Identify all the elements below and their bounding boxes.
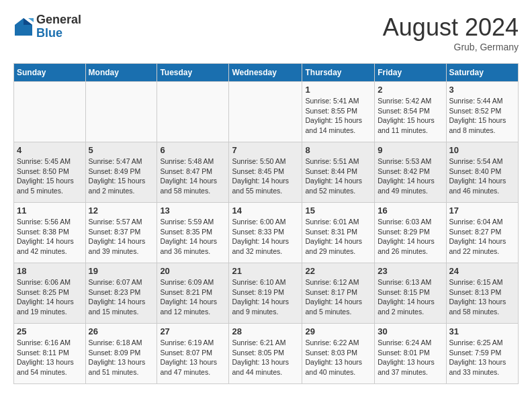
weekday-header-saturday: Saturday bbox=[446, 64, 518, 82]
day-detail: Sunrise: 6:03 AM Sunset: 8:29 PM Dayligh… bbox=[378, 217, 443, 257]
day-number: 24 bbox=[449, 266, 515, 276]
day-number: 31 bbox=[449, 326, 515, 336]
day-number: 17 bbox=[449, 205, 515, 216]
calendar-cell: 12Sunrise: 5:57 AM Sunset: 8:37 PM Dayli… bbox=[85, 203, 157, 263]
day-number: 6 bbox=[160, 145, 226, 155]
logo: General Blue bbox=[13, 13, 81, 40]
day-detail: Sunrise: 6:21 AM Sunset: 8:05 PM Dayligh… bbox=[232, 338, 299, 377]
day-number: 20 bbox=[160, 266, 226, 276]
day-detail: Sunrise: 6:10 AM Sunset: 8:19 PM Dayligh… bbox=[232, 277, 299, 317]
day-number: 23 bbox=[378, 266, 443, 276]
calendar-week-row: 25Sunrise: 6:16 AM Sunset: 8:11 PM Dayli… bbox=[14, 324, 519, 384]
day-number: 18 bbox=[17, 266, 83, 276]
calendar-cell: 8Sunrise: 5:51 AM Sunset: 8:44 PM Daylig… bbox=[302, 142, 375, 203]
svg-marker-2 bbox=[28, 18, 34, 22]
day-number: 9 bbox=[378, 145, 443, 155]
day-detail: Sunrise: 5:48 AM Sunset: 8:47 PM Dayligh… bbox=[160, 156, 226, 196]
logo-general-text: General bbox=[36, 13, 81, 27]
day-number: 13 bbox=[160, 205, 226, 216]
day-number: 26 bbox=[89, 326, 154, 336]
day-detail: Sunrise: 6:09 AM Sunset: 8:21 PM Dayligh… bbox=[160, 277, 226, 317]
logo-blue-text: Blue bbox=[36, 27, 81, 40]
calendar-cell: 1Sunrise: 5:41 AM Sunset: 8:55 PM Daylig… bbox=[302, 82, 375, 142]
calendar-cell: 5Sunrise: 5:47 AM Sunset: 8:49 PM Daylig… bbox=[85, 142, 157, 203]
calendar-cell: 29Sunrise: 6:22 AM Sunset: 8:03 PM Dayli… bbox=[302, 324, 375, 384]
calendar-cell: 6Sunrise: 5:48 AM Sunset: 8:47 PM Daylig… bbox=[157, 142, 229, 203]
calendar-cell: 23Sunrise: 6:13 AM Sunset: 8:15 PM Dayli… bbox=[375, 263, 446, 324]
calendar-cell: 15Sunrise: 6:01 AM Sunset: 8:31 PM Dayli… bbox=[302, 203, 375, 263]
page-header: General Blue August 2024 Grub, Germany bbox=[13, 13, 519, 52]
day-number: 19 bbox=[89, 266, 154, 276]
day-number: 8 bbox=[305, 145, 371, 155]
calendar-cell: 20Sunrise: 6:09 AM Sunset: 8:21 PM Dayli… bbox=[157, 263, 229, 324]
calendar-cell: 7Sunrise: 5:50 AM Sunset: 8:45 PM Daylig… bbox=[229, 142, 302, 203]
day-number: 3 bbox=[449, 85, 515, 95]
calendar-cell: 24Sunrise: 6:15 AM Sunset: 8:13 PM Dayli… bbox=[446, 263, 518, 324]
calendar-header-row: SundayMondayTuesdayWednesdayThursdayFrid… bbox=[14, 64, 519, 82]
day-detail: Sunrise: 6:24 AM Sunset: 8:01 PM Dayligh… bbox=[378, 338, 443, 377]
day-number: 29 bbox=[305, 326, 371, 336]
day-number: 14 bbox=[232, 205, 299, 216]
day-number: 25 bbox=[17, 326, 83, 336]
weekday-header-friday: Friday bbox=[375, 64, 446, 82]
calendar-cell: 21Sunrise: 6:10 AM Sunset: 8:19 PM Dayli… bbox=[229, 263, 302, 324]
day-detail: Sunrise: 6:06 AM Sunset: 8:25 PM Dayligh… bbox=[17, 277, 83, 317]
day-detail: Sunrise: 5:53 AM Sunset: 8:42 PM Dayligh… bbox=[378, 156, 443, 196]
day-detail: Sunrise: 6:22 AM Sunset: 8:03 PM Dayligh… bbox=[305, 338, 371, 377]
day-number: 5 bbox=[89, 145, 154, 155]
day-detail: Sunrise: 6:07 AM Sunset: 8:23 PM Dayligh… bbox=[89, 277, 154, 317]
day-number: 2 bbox=[378, 85, 443, 95]
calendar-cell: 9Sunrise: 5:53 AM Sunset: 8:42 PM Daylig… bbox=[375, 142, 446, 203]
day-number: 27 bbox=[160, 326, 226, 336]
day-number: 16 bbox=[378, 205, 443, 216]
weekday-header-sunday: Sunday bbox=[14, 64, 86, 82]
day-detail: Sunrise: 5:41 AM Sunset: 8:55 PM Dayligh… bbox=[305, 96, 371, 136]
calendar-cell: 25Sunrise: 6:16 AM Sunset: 8:11 PM Dayli… bbox=[14, 324, 86, 384]
day-number: 15 bbox=[305, 205, 371, 216]
calendar-table: SundayMondayTuesdayWednesdayThursdayFrid… bbox=[13, 63, 519, 384]
day-number: 4 bbox=[17, 145, 83, 155]
day-number: 12 bbox=[89, 205, 154, 216]
calendar-cell: 10Sunrise: 5:54 AM Sunset: 8:40 PM Dayli… bbox=[446, 142, 518, 203]
day-detail: Sunrise: 6:19 AM Sunset: 8:07 PM Dayligh… bbox=[160, 338, 226, 377]
weekday-header-thursday: Thursday bbox=[302, 64, 375, 82]
weekday-header-monday: Monday bbox=[85, 64, 157, 82]
calendar-cell: 13Sunrise: 5:59 AM Sunset: 8:35 PM Dayli… bbox=[157, 203, 229, 263]
calendar-cell bbox=[85, 82, 157, 142]
day-detail: Sunrise: 5:56 AM Sunset: 8:38 PM Dayligh… bbox=[17, 217, 83, 257]
title-block: August 2024 Grub, Germany bbox=[383, 13, 519, 52]
calendar-cell bbox=[157, 82, 229, 142]
day-detail: Sunrise: 6:01 AM Sunset: 8:31 PM Dayligh… bbox=[305, 217, 371, 257]
day-detail: Sunrise: 5:54 AM Sunset: 8:40 PM Dayligh… bbox=[449, 156, 515, 196]
day-detail: Sunrise: 5:45 AM Sunset: 8:50 PM Dayligh… bbox=[17, 156, 83, 196]
day-detail: Sunrise: 6:13 AM Sunset: 8:15 PM Dayligh… bbox=[378, 277, 443, 317]
day-number: 22 bbox=[305, 266, 371, 276]
calendar-cell: 4Sunrise: 5:45 AM Sunset: 8:50 PM Daylig… bbox=[14, 142, 86, 203]
calendar-cell: 18Sunrise: 6:06 AM Sunset: 8:25 PM Dayli… bbox=[14, 263, 86, 324]
logo-text: General Blue bbox=[36, 13, 81, 40]
calendar-cell: 27Sunrise: 6:19 AM Sunset: 8:07 PM Dayli… bbox=[157, 324, 229, 384]
logo-icon bbox=[13, 17, 34, 37]
calendar-week-row: 1Sunrise: 5:41 AM Sunset: 8:55 PM Daylig… bbox=[14, 82, 519, 142]
calendar-week-row: 11Sunrise: 5:56 AM Sunset: 8:38 PM Dayli… bbox=[14, 203, 519, 263]
day-detail: Sunrise: 5:47 AM Sunset: 8:49 PM Dayligh… bbox=[89, 156, 154, 196]
calendar-cell: 2Sunrise: 5:42 AM Sunset: 8:54 PM Daylig… bbox=[375, 82, 446, 142]
calendar-cell: 30Sunrise: 6:24 AM Sunset: 8:01 PM Dayli… bbox=[375, 324, 446, 384]
day-detail: Sunrise: 6:04 AM Sunset: 8:27 PM Dayligh… bbox=[449, 217, 515, 257]
calendar-cell: 14Sunrise: 6:00 AM Sunset: 8:33 PM Dayli… bbox=[229, 203, 302, 263]
calendar-cell: 22Sunrise: 6:12 AM Sunset: 8:17 PM Dayli… bbox=[302, 263, 375, 324]
calendar-cell bbox=[229, 82, 302, 142]
day-number: 30 bbox=[378, 326, 443, 336]
day-number: 21 bbox=[232, 266, 299, 276]
calendar-cell: 26Sunrise: 6:18 AM Sunset: 8:09 PM Dayli… bbox=[85, 324, 157, 384]
day-number: 7 bbox=[232, 145, 299, 155]
calendar-cell: 3Sunrise: 5:44 AM Sunset: 8:52 PM Daylig… bbox=[446, 82, 518, 142]
calendar-cell: 11Sunrise: 5:56 AM Sunset: 8:38 PM Dayli… bbox=[14, 203, 86, 263]
calendar-cell: 31Sunrise: 6:25 AM Sunset: 7:59 PM Dayli… bbox=[446, 324, 518, 384]
calendar-cell: 16Sunrise: 6:03 AM Sunset: 8:29 PM Dayli… bbox=[375, 203, 446, 263]
day-detail: Sunrise: 5:42 AM Sunset: 8:54 PM Dayligh… bbox=[378, 96, 443, 136]
day-detail: Sunrise: 6:25 AM Sunset: 7:59 PM Dayligh… bbox=[449, 338, 515, 377]
day-detail: Sunrise: 6:16 AM Sunset: 8:11 PM Dayligh… bbox=[17, 338, 83, 377]
weekday-header-tuesday: Tuesday bbox=[157, 64, 229, 82]
day-number: 10 bbox=[449, 145, 515, 155]
